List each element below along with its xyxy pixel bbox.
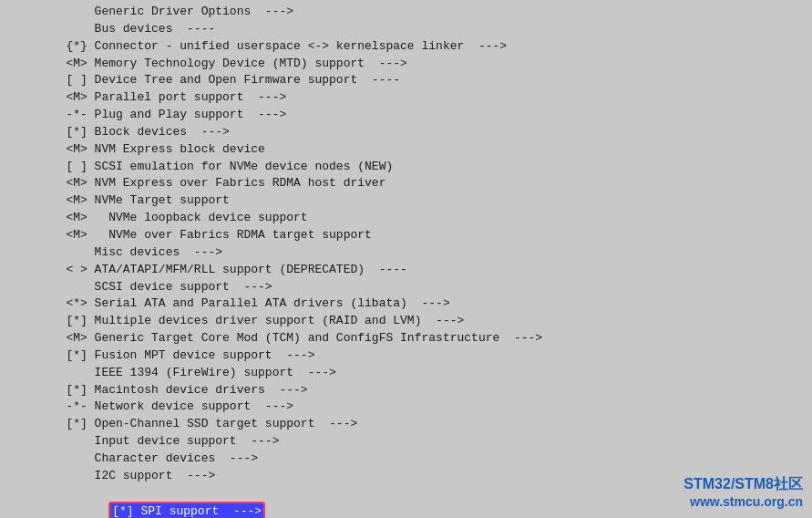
- spi-support-item[interactable]: [*] SPI support --->: [108, 502, 265, 518]
- line-8: [*] Block devices --->: [9, 124, 803, 141]
- line-13: <M> NVMe loopback device support: [9, 210, 803, 227]
- line-27: Character devices --->: [9, 451, 803, 468]
- line-22: IEEE 1394 (FireWire) support --->: [9, 365, 803, 382]
- line-12: <M> NVMe Target support: [9, 192, 803, 210]
- line-4: <M> Memory Technology Device (MTD) suppo…: [9, 56, 803, 73]
- line-18: <*> Serial ATA and Parallel ATA drivers …: [9, 295, 803, 313]
- main-content: Generic Driver Options ---> Bus devices …: [0, 0, 812, 518]
- line-19: [*] Multiple devices driver support (RAI…: [9, 313, 803, 330]
- line-24: -*- Network device support --->: [9, 399, 803, 416]
- line-14: <M> NVMe over Fabrics RDMA target suppor…: [9, 227, 803, 244]
- watermark: STM32/STM8社区 www.stmcu.org.cn: [684, 475, 803, 509]
- line-17: SCSI device support --->: [9, 279, 803, 296]
- line-9: <M> NVM Express block device: [9, 141, 803, 159]
- menu-lines: Generic Driver Options ---> Bus devices …: [0, 4, 812, 518]
- watermark-line1: STM32/STM8社区: [684, 475, 803, 494]
- line-25: [*] Open-Channel SSD target support --->: [9, 416, 803, 433]
- line-20: <M> Generic Target Core Mod (TCM) and Co…: [9, 330, 803, 347]
- line-7: -*- Plug and Play support --->: [9, 107, 803, 124]
- line-26: Input device support --->: [9, 433, 803, 451]
- line-1: Generic Driver Options --->: [9, 4, 803, 21]
- line-15: Misc devices --->: [9, 244, 803, 262]
- line-21: [*] Fusion MPT device support --->: [9, 347, 803, 365]
- line-3: {*} Connector - unified userspace <-> ke…: [9, 38, 803, 56]
- line-2: Bus devices ----: [9, 21, 803, 38]
- line-11: <M> NVM Express over Fabrics RDMA host d…: [9, 175, 803, 192]
- line-6: <M> Parallel port support --->: [9, 89, 803, 107]
- line-10: [ ] SCSI emulation for NVMe device nodes…: [9, 159, 803, 176]
- line-16: < > ATA/ATAPI/MFM/RLL support (DEPRECATE…: [9, 262, 803, 279]
- watermark-line2: www.stmcu.org.cn: [684, 494, 803, 509]
- line-5: [ ] Device Tree and Open Firmware suppor…: [9, 72, 803, 89]
- line-23: [*] Macintosh device drivers --->: [9, 382, 803, 399]
